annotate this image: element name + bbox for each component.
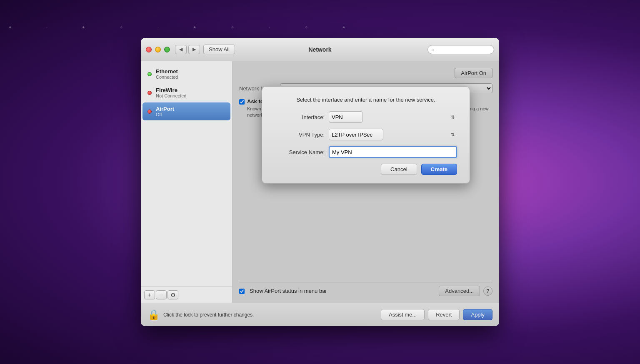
dialog-overlay: Select the interface and enter a name fo… <box>232 61 499 303</box>
back-button[interactable]: ◀ <box>175 45 187 54</box>
nav-buttons: ◀ ▶ <box>175 45 200 54</box>
sidebar-item-name-airport: AirPort <box>156 106 174 112</box>
vpn-type-select[interactable]: L2TP over IPSec PPTP Cisco IPSec <box>329 129 383 140</box>
main-content: Ethernet Connected FireWire Not Connecte… <box>141 61 499 303</box>
service-name-input[interactable] <box>329 146 457 158</box>
apply-button[interactable]: Apply <box>463 309 492 320</box>
dialog-buttons: Cancel Create <box>275 164 457 175</box>
sidebar-item-status-firewire: Not Connected <box>156 93 186 98</box>
status-dot-ethernet <box>148 72 152 76</box>
search-icon: ⌕ <box>431 47 434 52</box>
remove-service-button[interactable]: − <box>156 290 167 299</box>
traffic-lights <box>146 47 170 52</box>
dialog-title: Select the interface and enter a name fo… <box>275 97 457 103</box>
interface-row: Interface: VPN Ethernet FireWire AirPort <box>275 111 457 123</box>
interface-select[interactable]: VPN Ethernet FireWire AirPort <box>329 111 363 123</box>
sidebar-item-status-airport: Off <box>156 112 174 117</box>
right-panel: AirPort On Network Name: Ask to join new… <box>232 61 499 303</box>
assist-me-button[interactable]: Assist me... <box>381 309 425 320</box>
sidebar-item-ethernet[interactable]: Ethernet Connected <box>142 65 230 83</box>
gear-button[interactable]: ⚙ <box>168 290 178 299</box>
lock-text: Click the lock to prevent further change… <box>163 312 381 318</box>
vpn-type-row: VPN Type: L2TP over IPSec PPTP Cisco IPS… <box>275 129 457 140</box>
minimize-button[interactable] <box>155 47 161 52</box>
add-service-button[interactable]: + <box>144 290 155 299</box>
interface-select-wrapper: VPN Ethernet FireWire AirPort <box>329 111 457 123</box>
vpn-type-label: VPN Type: <box>275 132 325 138</box>
search-box: ⌕ <box>428 45 494 54</box>
sidebar-item-airport[interactable]: AirPort Off <box>142 102 230 120</box>
footer: 🔒 Click the lock to prevent further chan… <box>141 303 499 326</box>
show-all-button[interactable]: Show All <box>203 45 235 54</box>
sidebar: Ethernet Connected FireWire Not Connecte… <box>141 61 232 303</box>
interface-label: Interface: <box>275 114 325 120</box>
sidebar-controls: + − ⚙ <box>141 287 232 303</box>
sidebar-item-name-ethernet: Ethernet <box>156 68 178 75</box>
new-service-dialog: Select the interface and enter a name fo… <box>262 86 470 184</box>
create-button[interactable]: Create <box>421 164 457 175</box>
lock-icon[interactable]: 🔒 <box>148 309 160 321</box>
service-name-label: Service Name: <box>275 149 325 155</box>
window-title: Network <box>308 46 331 53</box>
service-name-row: Service Name: <box>275 146 457 158</box>
status-dot-firewire <box>148 91 152 95</box>
vpn-type-select-wrapper: L2TP over IPSec PPTP Cisco IPSec <box>329 129 457 140</box>
maximize-button[interactable] <box>164 47 170 52</box>
footer-buttons: Assist me... Revert Apply <box>381 309 492 320</box>
sidebar-item-status-ethernet: Connected <box>156 75 178 80</box>
status-dot-airport <box>148 110 152 114</box>
cancel-button[interactable]: Cancel <box>381 164 417 175</box>
network-window: ◀ ▶ Show All Network ⌕ Ethernet Connecte… <box>141 38 499 326</box>
close-button[interactable] <box>146 47 152 52</box>
titlebar: ◀ ▶ Show All Network ⌕ <box>141 38 499 61</box>
sidebar-item-name-firewire: FireWire <box>156 87 186 93</box>
sidebar-item-firewire[interactable]: FireWire Not Connected <box>142 84 230 102</box>
revert-button[interactable]: Revert <box>428 309 460 320</box>
forward-button[interactable]: ▶ <box>188 45 200 54</box>
search-input[interactable] <box>436 47 490 52</box>
